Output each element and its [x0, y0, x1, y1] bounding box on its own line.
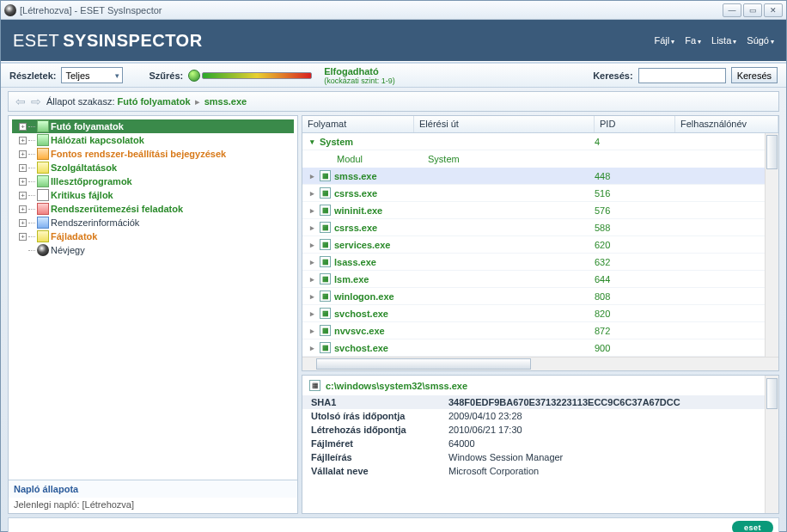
- expand-icon[interactable]: +: [19, 164, 27, 172]
- expand-icon[interactable]: +: [19, 219, 27, 227]
- tree-item[interactable]: +Futó folyamatok: [12, 119, 294, 133]
- process-row[interactable]: ▸▦lsm.exe644: [302, 271, 778, 288]
- category-icon: [37, 162, 49, 174]
- grid-hscroll[interactable]: [302, 357, 778, 370]
- expand-icon[interactable]: +: [19, 233, 27, 241]
- expand-icon[interactable]: +: [19, 137, 27, 144]
- menu-help[interactable]: Súgó: [747, 35, 774, 46]
- process-pid: 808: [595, 291, 675, 302]
- chevron-down-icon[interactable]: ▾: [308, 138, 316, 146]
- process-grid: Folyamat Elérési út PID Felhasználónév ▾…: [302, 115, 779, 371]
- process-row-system[interactable]: ▾System4: [302, 133, 778, 150]
- tree-label: Fájladatok: [51, 231, 97, 242]
- chevron-right-icon[interactable]: ▸: [308, 327, 316, 335]
- process-icon: ▦: [320, 256, 331, 267]
- log-title: Napló állapota: [9, 480, 297, 498]
- process-row[interactable]: ▸▦smss.exe448: [302, 168, 778, 185]
- col-pid[interactable]: PID: [595, 116, 675, 132]
- breadcrumb-seg1[interactable]: Futó folyamatok: [118, 96, 191, 107]
- process-icon: ▦: [320, 170, 331, 181]
- category-icon: [37, 230, 49, 242]
- process-row[interactable]: ▸▦csrss.exe516: [302, 185, 778, 202]
- col-process[interactable]: Folyamat: [302, 116, 414, 132]
- process-row[interactable]: ▸▦csrss.exe588: [302, 219, 778, 236]
- process-row[interactable]: ▸▦svchost.exe820: [302, 305, 778, 322]
- process-name: csrss.exe: [334, 188, 377, 199]
- search-input[interactable]: [638, 68, 726, 83]
- tree-item[interactable]: +Kritikus fájlok: [12, 188, 294, 202]
- minimize-button[interactable]: —: [723, 3, 741, 17]
- detail-dropdown[interactable]: Teljes: [61, 67, 123, 83]
- breadcrumb-seg2[interactable]: smss.exe: [204, 96, 247, 107]
- process-row[interactable]: ▸▦services.exe620: [302, 236, 778, 254]
- slider-thumb-icon[interactable]: [188, 70, 200, 82]
- tree-item[interactable]: +Rendszerütemezési feladatok: [12, 202, 294, 216]
- expand-icon[interactable]: +: [19, 192, 27, 199]
- category-icon: [37, 175, 49, 187]
- expand-icon[interactable]: +: [19, 178, 27, 186]
- detail-vscroll[interactable]: [765, 376, 778, 513]
- search-button[interactable]: Keresés: [731, 67, 778, 83]
- scrollbar-thumb[interactable]: [766, 135, 778, 169]
- nav-back-icon[interactable]: ⇦: [15, 95, 26, 108]
- category-icon: [37, 217, 49, 229]
- tree-label: Fontos rendszer-beállítási bejegyzések: [51, 149, 226, 159]
- process-row[interactable]: ▸▦wininit.exe576: [302, 202, 778, 219]
- expand-icon[interactable]: +: [19, 123, 27, 131]
- expand-icon[interactable]: +: [19, 205, 27, 213]
- module-row[interactable]: ModulSystem: [302, 150, 778, 168]
- col-user[interactable]: Felhasználónév: [675, 116, 778, 132]
- tree-label: Hálózati kapcsolatok: [51, 135, 144, 145]
- scrollbar-thumb[interactable]: [766, 378, 778, 409]
- toolbar: Részletek: Teljes Szűrés: Elfogadható (k…: [1, 64, 786, 88]
- category-icon: [37, 148, 49, 160]
- col-path[interactable]: Elérési út: [414, 116, 595, 132]
- process-pid: 644: [595, 274, 675, 284]
- process-row[interactable]: ▸▦winlogon.exe808: [302, 288, 778, 305]
- expand-icon[interactable]: +: [19, 150, 27, 158]
- chevron-right-icon[interactable]: ▸: [308, 258, 316, 266]
- tree-item[interactable]: +Fontos rendszer-beállítási bejegyzések: [12, 147, 294, 161]
- tree-item[interactable]: +Illesztőprogramok: [12, 174, 294, 188]
- chevron-right-icon[interactable]: ▸: [308, 241, 316, 249]
- tree-item[interactable]: +Hálózati kapcsolatok: [12, 133, 294, 147]
- chevron-right-icon[interactable]: ▸: [308, 223, 316, 232]
- process-name: System: [320, 137, 353, 147]
- menu-list[interactable]: Lista: [711, 35, 736, 46]
- risk-slider[interactable]: [188, 70, 312, 82]
- maximize-button[interactable]: ▭: [743, 3, 762, 17]
- menu-file[interactable]: Fájl: [654, 35, 674, 46]
- tree-item[interactable]: +Szolgáltatások: [12, 161, 294, 174]
- chevron-right-icon[interactable]: ▸: [308, 275, 316, 284]
- tree-item[interactable]: +Fájladatok: [12, 229, 294, 243]
- chevron-right-icon[interactable]: ▸: [308, 206, 316, 215]
- module-path: System: [428, 154, 608, 164]
- detail-panel: ▦ c:\windows\system32\smss.exe SHA1348F0…: [302, 375, 779, 514]
- process-icon: ▦: [320, 325, 331, 336]
- chevron-right-icon[interactable]: ▸: [308, 172, 316, 180]
- log-body: Jelenlegi napló: [Létrehozva]: [9, 498, 297, 513]
- chevron-right-icon[interactable]: ▸: [308, 189, 316, 198]
- process-pid: 448: [595, 171, 675, 181]
- chevron-right-icon[interactable]: ▸: [308, 292, 316, 301]
- filter-status-sub: (kockázati szint: 1-9): [324, 76, 395, 85]
- grid-vscroll[interactable]: [765, 133, 778, 357]
- tree-item[interactable]: +Rendszerinformációk: [12, 216, 294, 229]
- process-row[interactable]: ▸▦svchost.exe900: [302, 339, 778, 357]
- menu-tree[interactable]: Fa: [685, 35, 701, 46]
- slider-track[interactable]: [202, 72, 312, 79]
- detail-row: Létrehozás időpontja2010/06/21 17:30: [302, 423, 778, 437]
- nav-forward-icon[interactable]: ⇨: [31, 95, 41, 108]
- process-row[interactable]: ▸▦nvvsvc.exe872: [302, 322, 778, 339]
- process-row[interactable]: ▸▦lsass.exe632: [302, 254, 778, 271]
- chevron-right-icon[interactable]: ▸: [308, 309, 316, 318]
- tree-item[interactable]: Névjegy: [12, 243, 294, 257]
- process-icon: ▦: [320, 342, 331, 353]
- close-button[interactable]: ✕: [764, 3, 783, 17]
- detail-value: Teljes: [65, 70, 89, 81]
- scrollbar-thumb[interactable]: [316, 358, 531, 370]
- process-icon: ▦: [320, 239, 331, 250]
- chevron-right-icon[interactable]: ▸: [308, 344, 316, 352]
- process-icon: ▦: [320, 205, 331, 216]
- filter-status: Elfogadható: [324, 66, 395, 76]
